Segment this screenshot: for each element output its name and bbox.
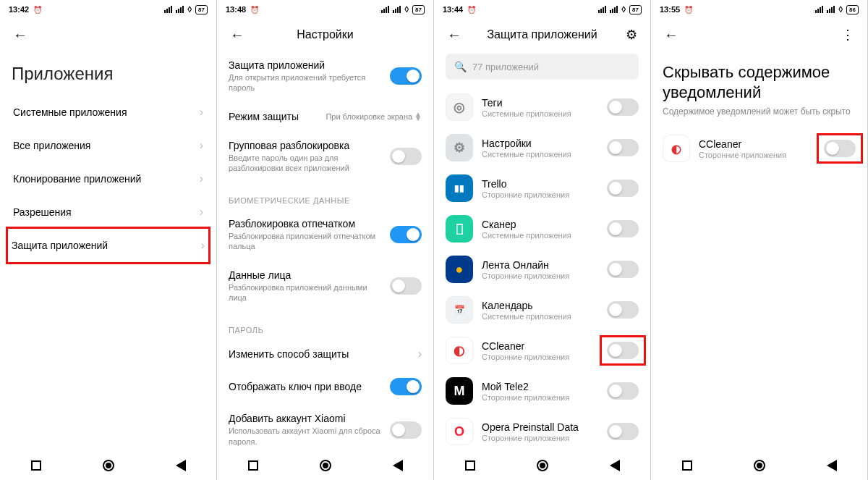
toggle-switch[interactable] — [607, 261, 639, 278]
app-row[interactable]: ● Лента Онлайн Сторонние приложения — [446, 249, 639, 290]
setting-protection-mode[interactable]: Режим защиты При блокировке экрана ▲▼ — [229, 102, 422, 131]
menu-label: Системные приложения — [13, 106, 127, 118]
app-row[interactable]: O Opera Preinstall Data Сторонние прилож… — [446, 411, 639, 451]
setting-label: Добавить аккаунт Xiaomi — [229, 413, 383, 424]
wifi-icon: ◊ — [621, 4, 626, 14]
app-name: Мой Tele2 — [482, 381, 598, 392]
setting-change-method[interactable]: Изменить способ защиты › — [229, 339, 422, 369]
chevron-right-icon: › — [201, 239, 205, 252]
app-category: Сторонние приложения — [482, 353, 598, 361]
toggle-switch[interactable] — [390, 421, 422, 439]
back-button[interactable] — [610, 460, 620, 471]
app-row[interactable]: M Мой Tele2 Сторонние приложения — [446, 371, 639, 411]
back-button[interactable] — [393, 460, 403, 471]
battery-indicator: 87 — [195, 5, 208, 14]
back-icon[interactable]: ← — [444, 24, 464, 46]
app-row-ccleaner[interactable]: ◐ CCleaner Сторонние приложения — [663, 128, 856, 169]
signal-icon — [827, 6, 835, 13]
highlight-box — [821, 137, 859, 160]
setting-sub: Разблокировка приложений отпечатком паль… — [229, 231, 383, 252]
recent-apps-button[interactable] — [248, 460, 258, 471]
header: ← Настройки — [217, 19, 433, 51]
setting-label: Групповая разблокировка — [229, 140, 383, 151]
status-bar: 13:55 ◊ 86 — [651, 0, 867, 19]
screen-settings: 13:48 ◊ 87 ← Настройки Защита приложений… — [217, 0, 434, 480]
toggle-switch[interactable] — [390, 277, 422, 295]
battery-indicator: 87 — [629, 5, 642, 14]
home-button[interactable] — [103, 460, 114, 471]
toggle-switch[interactable] — [390, 378, 422, 395]
toggle-switch[interactable] — [607, 98, 639, 116]
toggle-switch[interactable] — [607, 139, 639, 156]
home-button[interactable] — [320, 460, 331, 471]
toggle-switch[interactable] — [390, 226, 422, 243]
screen-applications: 13:42 ◊ 87 ← Приложения Системные прилож… — [0, 0, 217, 480]
app-category: Системные приложения — [482, 150, 598, 159]
toggle-switch[interactable] — [607, 382, 639, 400]
signal-icon — [610, 6, 618, 13]
toggle-switch[interactable] — [607, 180, 639, 197]
wifi-icon: ◊ — [838, 4, 843, 14]
toggle-switch[interactable] — [607, 342, 639, 359]
header-title: Защита приложений — [434, 28, 650, 41]
app-category: Сторонние приложения — [482, 271, 598, 280]
toggle-switch[interactable] — [607, 301, 639, 319]
menu-permissions[interactable]: Разрешения › — [12, 195, 205, 229]
header: ← ⋮ — [651, 19, 867, 51]
setting-show-key[interactable]: Отображать ключ при вводе — [229, 369, 422, 404]
toggle-switch[interactable] — [607, 220, 639, 237]
setting-group-unlock[interactable]: Групповая разблокировка Введите пароль о… — [229, 131, 422, 182]
recent-apps-button[interactable] — [31, 460, 41, 471]
status-time: 13:44 — [443, 5, 463, 14]
recent-apps-button[interactable] — [682, 460, 692, 471]
header-title: Настройки — [217, 28, 433, 41]
setting-app-protection[interactable]: Защита приложений Для открытия приложени… — [229, 51, 422, 102]
setting-label: Данные лица — [229, 269, 383, 281]
app-name: Теги — [482, 97, 598, 109]
setting-sub: Разблокировка приложений данными лица — [229, 282, 383, 303]
app-name: CCleaner — [482, 340, 598, 352]
app-icon: M — [446, 377, 473, 405]
menu-app-protection[interactable]: Защита приложений › — [6, 227, 210, 264]
toggle-switch[interactable] — [390, 148, 422, 165]
app-row[interactable]: ◎ Теги Системные приложения — [446, 87, 639, 127]
updown-icon: ▲▼ — [414, 112, 422, 121]
menu-label: Разрешения — [13, 206, 72, 218]
wifi-icon: ◊ — [187, 4, 192, 14]
menu-all-apps[interactable]: Все приложения › — [12, 129, 205, 162]
app-row[interactable]: ◐ CCleaner Сторонние приложения — [446, 330, 639, 371]
setting-label: Разблокировка отпечатком — [229, 218, 383, 230]
recent-apps-button[interactable] — [465, 460, 475, 471]
battery-indicator: 86 — [846, 5, 859, 14]
settings-icon[interactable]: ⚙ — [623, 24, 640, 46]
back-button[interactable] — [827, 460, 837, 471]
setting-fingerprint[interactable]: Разблокировка отпечатком Разблокировка п… — [229, 209, 422, 261]
back-icon[interactable]: ← — [661, 24, 681, 46]
toggle-switch[interactable] — [824, 140, 856, 157]
menu-system-apps[interactable]: Системные приложения › — [12, 96, 205, 129]
search-input[interactable]: 🔍 77 приложений — [446, 54, 639, 80]
app-row[interactable]: 📅 Календарь Системные приложения — [446, 290, 639, 330]
alarm-icon — [684, 5, 693, 14]
back-icon[interactable]: ← — [227, 24, 247, 46]
signal-icon — [164, 6, 172, 13]
app-row[interactable]: ⚙ Настройки Системные приложения — [446, 127, 639, 168]
more-icon[interactable]: ⋮ — [838, 24, 857, 46]
app-name: Настройки — [482, 138, 598, 149]
home-button[interactable] — [537, 460, 548, 471]
setting-value: При блокировке экрана — [326, 112, 412, 121]
setting-add-xiaomi[interactable]: Добавить аккаунт Xiaomi Использовать акк… — [229, 404, 422, 451]
menu-clone-apps[interactable]: Клонирование приложений › — [12, 162, 205, 195]
app-category: Сторонние приложения — [699, 151, 815, 159]
toggle-switch[interactable] — [607, 423, 639, 440]
menu-label: Защита приложений — [12, 240, 108, 251]
setting-face[interactable]: Данные лица Разблокировка приложений дан… — [229, 261, 422, 312]
home-button[interactable] — [754, 460, 765, 471]
back-icon[interactable]: ← — [10, 24, 30, 46]
battery-indicator: 87 — [412, 5, 425, 14]
app-row[interactable]: ⌷ Сканер Системные приложения — [446, 209, 639, 249]
back-button[interactable] — [176, 460, 186, 471]
setting-sub: Введите пароль один раз для разблокировк… — [229, 153, 383, 174]
app-row[interactable]: ▮▮ Trello Сторонние приложения — [446, 168, 639, 209]
toggle-switch[interactable] — [390, 67, 422, 85]
